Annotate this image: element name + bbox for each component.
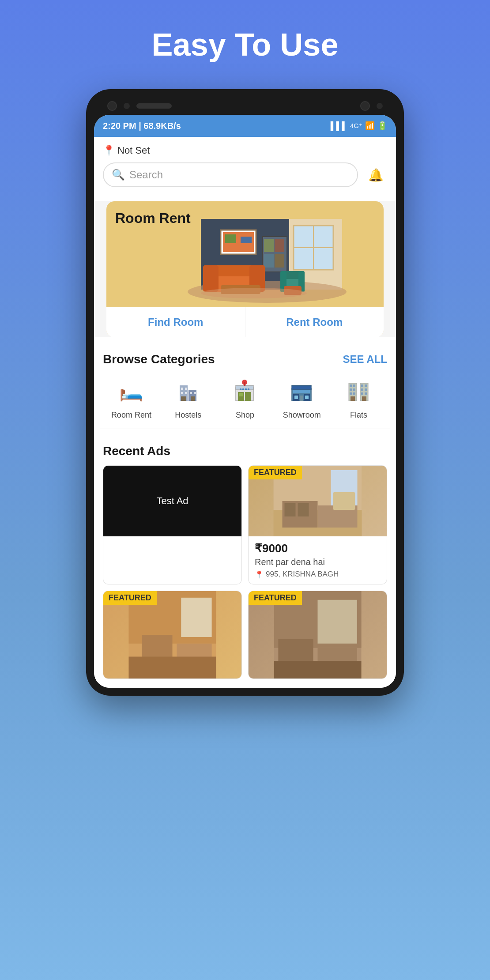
room-illustration	[115, 210, 375, 307]
search-icon: 🔍	[112, 169, 125, 181]
divider	[100, 429, 390, 429]
svg-rect-63	[361, 384, 363, 387]
ads-grid: Test Ad FEATURED	[103, 465, 387, 584]
svg-rect-29	[185, 388, 187, 390]
svg-rect-90	[274, 661, 362, 678]
svg-rect-64	[365, 384, 367, 387]
rent-room-button[interactable]: Rent Room	[245, 307, 384, 337]
svg-rect-32	[190, 392, 192, 394]
svg-rect-13	[264, 254, 274, 268]
banner-section: Room Rent	[94, 201, 396, 337]
hostels-label: Hostels	[175, 411, 201, 420]
svg-rect-37	[236, 385, 253, 390]
svg-rect-42	[244, 382, 245, 386]
category-item-shop[interactable]: Shop	[217, 375, 274, 420]
front-camera-2	[360, 101, 370, 111]
ad-location-icon-1: 📍	[255, 570, 264, 579]
see-all-button[interactable]: SEE ALL	[343, 353, 387, 366]
app-header: 📍 Not Set 🔍 Search 🔔	[94, 137, 396, 195]
room-rent-icon: 🛏️	[116, 375, 147, 406]
svg-rect-33	[194, 392, 196, 394]
showroom-icon	[286, 375, 317, 406]
bottom-ad-card-2[interactable]: FEATURED	[248, 591, 387, 679]
signal-icon: ▌▌▌	[331, 121, 347, 131]
svg-rect-14	[275, 254, 284, 268]
recent-ads-section: Recent Ads Test Ad FEATURED	[94, 435, 396, 688]
svg-rect-68	[365, 392, 367, 395]
ad-price-1: ₹9000	[255, 542, 381, 555]
svg-point-25	[201, 288, 307, 298]
shop-icon	[230, 375, 260, 406]
svg-rect-61	[350, 392, 352, 395]
categories-header: Browse Categories SEE ALL	[103, 352, 387, 366]
svg-rect-54	[305, 396, 309, 399]
svg-rect-11	[264, 239, 274, 252]
svg-rect-78	[333, 492, 355, 510]
svg-rect-46	[248, 388, 249, 390]
ad-card-test[interactable]: Test Ad	[103, 465, 242, 584]
search-row: 🔍 Search 🔔	[103, 162, 387, 187]
svg-rect-40	[239, 393, 243, 396]
svg-rect-57	[350, 384, 352, 387]
bottom-ads-row: FEATURED FEATURED	[103, 591, 387, 679]
svg-rect-12	[275, 239, 284, 252]
category-item-showroom[interactable]: Showroom	[273, 375, 330, 420]
phone-camera-left	[107, 101, 172, 111]
bottom-ad-card-1[interactable]: FEATURED	[103, 591, 242, 679]
svg-rect-67	[361, 392, 363, 395]
svg-rect-62	[353, 392, 355, 395]
svg-rect-58	[353, 384, 355, 387]
svg-rect-35	[191, 396, 195, 401]
search-box[interactable]: 🔍 Search	[103, 162, 358, 187]
phone-speaker	[136, 103, 172, 109]
battery-icon: 🔋	[377, 121, 387, 131]
categories-row: 🛏️ Room Rent	[103, 375, 387, 420]
svg-rect-44	[242, 388, 244, 390]
front-camera	[107, 101, 117, 111]
ad-location-text-1: 995, KRISHNA BAGH	[266, 570, 339, 579]
svg-rect-34	[181, 396, 186, 401]
svg-rect-70	[362, 396, 366, 401]
bottom-ad-image-2: FEATURED	[249, 591, 387, 678]
featured-badge-1: FEATURED	[249, 466, 302, 479]
ad-location-1: 📍 995, KRISHNA BAGH	[255, 570, 381, 579]
svg-rect-84	[129, 657, 216, 679]
flats-icon	[343, 375, 374, 406]
bottom-ad-image-1: FEATURED	[103, 591, 241, 678]
ad-card-featured-1[interactable]: FEATURED	[248, 465, 387, 584]
category-item-flats[interactable]: Flats	[330, 375, 387, 420]
ad-title-1: Rent par dena hai	[255, 557, 381, 567]
svg-rect-69	[351, 396, 355, 401]
svg-rect-9	[241, 237, 252, 243]
banner-buttons: Find Room Rent Room	[106, 307, 384, 337]
svg-rect-60	[353, 388, 355, 391]
showroom-label: Showroom	[283, 411, 321, 420]
svg-rect-81	[181, 598, 211, 637]
status-bar: 2:20 PM | 68.9KB/s ▌▌▌ 4G⁺ 📶 🔋	[94, 115, 396, 137]
phone-sensor	[124, 103, 130, 109]
phone-top-bar	[94, 97, 396, 115]
svg-rect-77	[298, 503, 309, 516]
phone-sensor-2	[377, 103, 383, 109]
category-item-room-rent[interactable]: 🛏️ Room Rent	[103, 375, 160, 420]
search-placeholder-text: Search	[129, 169, 163, 181]
featured-ad-info-1: ₹9000 Rent par dena hai 📍 995, KRISHNA B…	[249, 536, 387, 584]
svg-rect-39	[245, 392, 251, 401]
svg-rect-53	[294, 396, 298, 399]
category-item-hostels[interactable]: Hostels	[160, 375, 217, 420]
categories-title: Browse Categories	[103, 352, 215, 366]
phone-screen: 2:20 PM | 68.9KB/s ▌▌▌ 4G⁺ 📶 🔋 📍 Not Set…	[94, 115, 396, 688]
bell-button[interactable]: 🔔	[364, 163, 387, 186]
categories-section: Browse Categories SEE ALL 🛏️ Room Rent	[94, 343, 396, 429]
location-label: Not Set	[117, 145, 150, 156]
test-ad-label: Test Ad	[156, 495, 188, 507]
bell-icon: 🔔	[368, 168, 384, 182]
find-room-button[interactable]: Find Room	[106, 307, 245, 337]
svg-rect-76	[285, 503, 296, 516]
room-rent-label: Room Rent	[111, 411, 151, 420]
svg-rect-59	[350, 388, 352, 391]
page-title: Easy To Use	[152, 26, 339, 63]
hostels-icon	[173, 375, 204, 406]
location-row: 📍 Not Set	[103, 145, 387, 156]
status-time: 2:20 PM | 68.9KB/s	[103, 121, 181, 131]
